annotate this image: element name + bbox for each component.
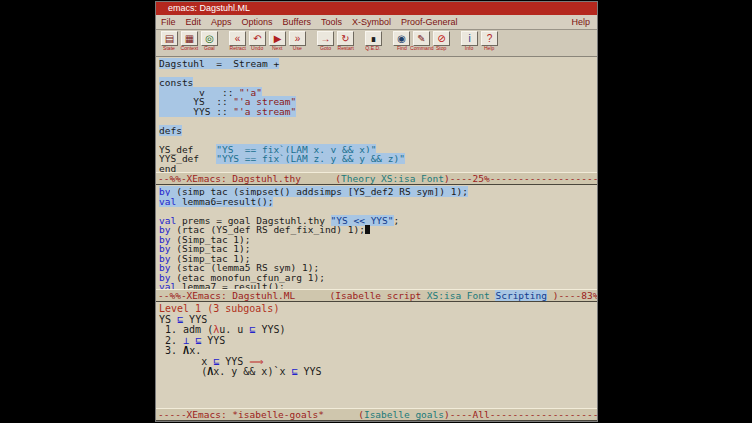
goals-line: (Λx. y && x)`x ⊑ YYS bbox=[159, 367, 597, 378]
text-segment: Dagstuhl = Stream + bbox=[159, 58, 279, 69]
menu-item-tools[interactable]: Tools bbox=[316, 17, 347, 27]
toolbar-button-label: Retract bbox=[229, 46, 245, 52]
buffer-dagstuhl-ml[interactable]: by (simp_tac (simpset() addsimps [YS_def… bbox=[156, 185, 597, 289]
toolbar-button-label: Next bbox=[272, 46, 282, 52]
theory-line: end bbox=[159, 164, 597, 173]
menu-item-options[interactable]: Options bbox=[237, 17, 278, 27]
text-segment: Theory XS:isa Font bbox=[341, 173, 444, 184]
toolbar-group: ∎Q.E.D. bbox=[364, 31, 384, 53]
text-segment: XS:isa Font bbox=[427, 290, 496, 301]
text-segment: Level 1 (3 subgoals) bbox=[159, 303, 279, 314]
menu-item-edit[interactable]: Edit bbox=[181, 17, 207, 27]
text-segment: YYS) bbox=[255, 324, 285, 335]
find-button[interactable]: ◉Find bbox=[392, 31, 411, 53]
theory-line: YYS :: "'a stream" bbox=[159, 107, 597, 117]
use-button[interactable]: »Use bbox=[288, 31, 307, 53]
context-icon: ▦ bbox=[181, 31, 198, 46]
restart-button[interactable]: ↻Restart bbox=[336, 31, 355, 53]
command-button[interactable]: ✎Command bbox=[412, 31, 431, 53]
state-icon: ▤ bbox=[161, 31, 178, 46]
undo-button[interactable]: ↶Undo bbox=[248, 31, 267, 53]
text-segment: x. y && x)`x bbox=[213, 366, 291, 377]
toolbar: ▤State▦Context◎Goal«Retract↶Undo▶Next»Us… bbox=[156, 30, 597, 57]
menu-item-buffers[interactable]: Buffers bbox=[278, 17, 316, 27]
text-segment: 2. bbox=[159, 335, 183, 346]
undo-icon: ↶ bbox=[249, 31, 266, 46]
theory-line bbox=[159, 116, 597, 126]
text-segment: x. bbox=[189, 345, 201, 356]
qed-icon: ∎ bbox=[365, 31, 382, 46]
menu-item-x-symbol[interactable]: X-Symbol bbox=[347, 17, 396, 27]
next-button[interactable]: ▶Next bbox=[268, 31, 287, 53]
toolbar-group: ▤State▦Context◎Goal bbox=[160, 31, 220, 53]
toolbar-button-label: Find bbox=[397, 46, 407, 52]
text-segment: "'a stream" bbox=[233, 106, 296, 117]
buffer-isabelle-goals[interactable]: Level 1 (3 subgoals)YS ⊑ YYS 1. adm (λu.… bbox=[156, 302, 597, 408]
help-button[interactable]: ?Help bbox=[480, 31, 499, 53]
text-segment bbox=[365, 225, 370, 234]
menu-item-proof-general[interactable]: Proof-General bbox=[396, 17, 463, 27]
goals-line: Level 1 (3 subgoals) bbox=[159, 304, 597, 315]
goto-button[interactable]: →Goto bbox=[316, 31, 335, 53]
menu-item-apps[interactable]: Apps bbox=[206, 17, 237, 27]
next-icon: ▶ bbox=[269, 31, 286, 46]
menu-items: FileEditAppsOptionsBuffersToolsX-SymbolP… bbox=[156, 17, 463, 27]
text-segment: YYS bbox=[298, 366, 322, 377]
text-segment: x bbox=[159, 356, 213, 367]
modeline-dagstuhl-thy[interactable]: --%%-XEmacs: Dagstuhl.thy (Theory XS:isa… bbox=[156, 172, 597, 185]
stop-button[interactable]: ⊘Stop bbox=[432, 31, 451, 53]
text-segment: u. u bbox=[219, 324, 249, 335]
theory-line: YYS_def "YYS == fix`(LAM z. y && y && z)… bbox=[159, 154, 597, 164]
text-segment: Isabelle goals bbox=[364, 409, 444, 420]
qed-button[interactable]: ∎Q.E.D. bbox=[364, 31, 383, 53]
toolbar-button-label: Restart bbox=[337, 46, 353, 52]
desktop-background: emacs: Dagstuhl.ML FileEditAppsOptionsBu… bbox=[0, 0, 752, 423]
modeline-isabelle-goals[interactable]: -----XEmacs: *isabelle-goals* (Isabelle … bbox=[156, 408, 597, 421]
find-icon: ◉ bbox=[393, 31, 410, 46]
stop-icon: ⊘ bbox=[433, 31, 450, 46]
window-titlebar[interactable]: emacs: Dagstuhl.ML bbox=[156, 2, 597, 15]
text-segment: lemma6=result(); bbox=[176, 196, 273, 207]
state-button[interactable]: ▤State bbox=[160, 31, 179, 53]
text-segment: --%%-XEmacs: Dagstuhl.thy ( bbox=[158, 173, 341, 184]
toolbar-button-label: Q.E.D. bbox=[366, 46, 381, 52]
buffer-dagstuhl-thy[interactable]: Dagstuhl = Stream + consts y :: "'a" YS … bbox=[156, 57, 597, 172]
goal-button[interactable]: ◎Goal bbox=[200, 31, 219, 53]
text-segment: ; bbox=[394, 215, 400, 226]
text-segment: "YYS == fix`(LAM z. y && y && z)" bbox=[216, 153, 405, 164]
text-segment: Isabelle script bbox=[335, 290, 427, 301]
text-segment: YYS bbox=[219, 356, 249, 367]
toolbar-button-label: Command bbox=[410, 46, 434, 52]
toolbar-button-label: Context bbox=[181, 46, 199, 52]
script-line: val lemma7 = result(); bbox=[159, 282, 597, 289]
info-button[interactable]: iInfo bbox=[460, 31, 479, 53]
text-segment: lemma7 = result(); bbox=[176, 281, 285, 289]
window-title: emacs: Dagstuhl.ML bbox=[168, 2, 250, 15]
text-segment: )----83%--------------------------------… bbox=[547, 290, 597, 301]
emacs-window: emacs: Dagstuhl.ML FileEditAppsOptionsBu… bbox=[155, 1, 598, 422]
goto-icon: → bbox=[317, 31, 334, 46]
retract-button[interactable]: «Retract bbox=[228, 31, 247, 53]
menu-item-file[interactable]: File bbox=[156, 17, 181, 27]
info-icon: i bbox=[461, 31, 478, 46]
toolbar-button-label: Stop bbox=[436, 46, 446, 52]
menu-item-help[interactable]: Help bbox=[564, 17, 597, 27]
toolbar-button-label: State bbox=[164, 46, 176, 52]
modeline-dagstuhl-ml[interactable]: --%%-XEmacs: Dagstuhl.ML (Isabelle scrip… bbox=[156, 289, 597, 302]
toolbar-button-label: Info bbox=[465, 46, 474, 52]
theory-line bbox=[159, 69, 597, 79]
text-segment: -----XEmacs: *isabelle-goals* ( bbox=[158, 409, 364, 420]
modeline-text: -----XEmacs: *isabelle-goals* (Isabelle … bbox=[158, 409, 597, 420]
text-segment: --%%-XEmacs: Dagstuhl.ML ( bbox=[158, 290, 335, 301]
context-button[interactable]: ▦Context bbox=[180, 31, 199, 53]
toolbar-group: →Goto↻Restart bbox=[316, 31, 356, 53]
theory-line: defs bbox=[159, 126, 597, 136]
modeline-text: --%%-XEmacs: Dagstuhl.thy (Theory XS:isa… bbox=[158, 173, 597, 184]
goal-icon: ◎ bbox=[201, 31, 218, 46]
goals-line: 2. ⊥ ⊑ YYS bbox=[159, 336, 597, 347]
text-segment: )----25%--------------------------------… bbox=[444, 173, 597, 184]
text-segment: val bbox=[159, 281, 176, 289]
text-segment: ( bbox=[159, 366, 207, 377]
toolbar-button-label: Goal bbox=[204, 46, 215, 52]
toolbar-group: iInfo?Help bbox=[460, 31, 500, 53]
